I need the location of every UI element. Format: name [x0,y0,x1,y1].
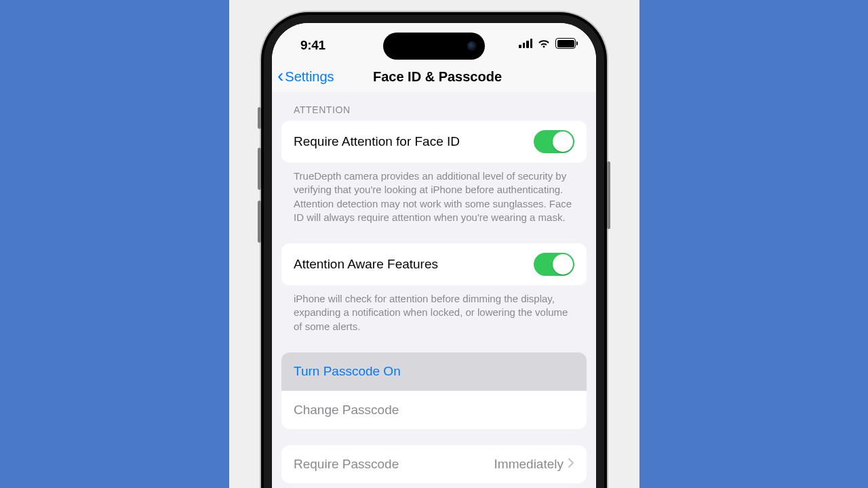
section-header-attention: ATTENTION [272,92,596,121]
status-time: 9:41 [300,38,326,53]
cellular-icon [519,39,532,48]
phone-power-button [607,161,610,229]
phone-frame: 9:41 [261,12,607,488]
row-label: Attention Aware Features [294,257,438,272]
row-label: Change Passcode [294,403,399,418]
settings-content[interactable]: ATTENTION Require Attention for Face ID … [272,92,596,488]
row-require-attention[interactable]: Require Attention for Face ID [281,121,587,163]
phone-silent-switch [258,107,261,129]
require-passcode-value: Immediately [494,457,564,472]
page-title: Face ID & Passcode [366,69,502,85]
row-label: Require Attention for Face ID [294,134,460,149]
status-indicators [519,38,576,49]
footer-attention-aware: iPhone will check for attention before d… [272,285,596,336]
phone-volume-down [258,201,261,243]
spacer [272,227,596,243]
spacer [272,429,596,445]
dynamic-island [383,33,485,60]
phone-volume-up [258,148,261,190]
battery-icon [555,38,576,49]
switch-attention-aware[interactable] [534,253,574,276]
back-button-label: Settings [285,69,334,85]
wifi-icon [537,39,551,48]
mockup-backdrop: 9:41 [229,0,639,488]
row-change-passcode[interactable]: Change Passcode [281,390,587,429]
group-passcode: Turn Passcode On Change Passcode [281,352,587,429]
row-attention-aware[interactable]: Attention Aware Features [281,243,587,285]
chevron-left-icon: ‹ [277,66,283,85]
spacer [272,336,596,352]
navigation-bar: ‹ Settings Face ID & Passcode [272,61,596,93]
group-attention-aware: Attention Aware Features [281,243,587,285]
row-label: Require Passcode [294,457,399,472]
row-require-passcode[interactable]: Require Passcode Immediately [281,445,587,483]
row-turn-passcode-on[interactable]: Turn Passcode On [281,352,587,390]
switch-knob [553,131,573,152]
page-background: 9:41 [0,0,868,488]
switch-knob [553,254,573,274]
row-label: Turn Passcode On [294,364,401,379]
back-button[interactable]: ‹ Settings [277,61,334,92]
group-require-passcode: Require Passcode Immediately [281,445,587,483]
switch-require-attention[interactable] [534,130,574,153]
group-require-attention: Require Attention for Face ID [281,121,587,163]
row-value: Immediately [494,457,574,472]
footer-require-attention: TrueDepth camera provides an additional … [272,163,596,227]
phone-screen: 9:41 [272,23,596,488]
chevron-right-icon [568,457,574,472]
